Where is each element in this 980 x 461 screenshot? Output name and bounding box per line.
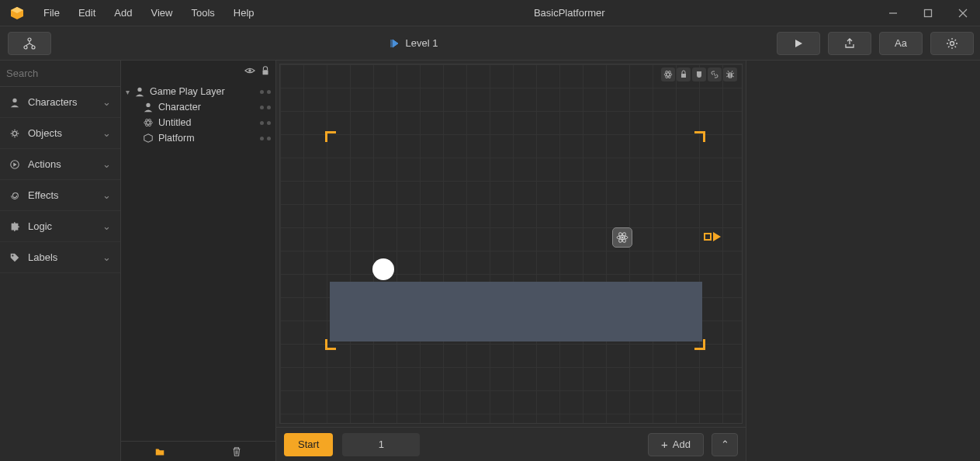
- link-icon: [710, 70, 719, 79]
- menu-view[interactable]: View: [142, 0, 182, 26]
- category-label: Characters: [28, 96, 78, 108]
- viewport[interactable]: [279, 64, 743, 424]
- camera-extent-handle[interactable]: [704, 232, 721, 241]
- eye-icon[interactable]: [244, 65, 255, 76]
- window-controls: [875, 0, 980, 26]
- outline-item-label: Untitled: [158, 117, 191, 128]
- lock-toggle-button[interactable]: [677, 68, 691, 81]
- canvas-area: Start 1 + Add ⌃: [276, 61, 746, 461]
- svg-point-13: [12, 131, 16, 135]
- outline-item-character[interactable]: Character: [121, 99, 275, 115]
- chevron-down-icon: ▾: [126, 88, 130, 96]
- svg-point-15: [12, 255, 13, 256]
- svg-point-16: [248, 69, 251, 72]
- person-icon: [9, 97, 20, 108]
- character-object[interactable]: [372, 258, 394, 280]
- svg-point-9: [951, 41, 954, 45]
- bug-icon: [725, 70, 735, 79]
- trash-icon[interactable]: [231, 446, 242, 457]
- app-logo-icon: [9, 5, 25, 21]
- svg-point-24: [664, 73, 672, 76]
- search-row: [0, 61, 120, 87]
- chevron-down-icon: ⌄: [102, 220, 111, 232]
- lock-icon[interactable]: [260, 65, 271, 76]
- timeline-footer: Start 1 + Add ⌃: [276, 427, 746, 461]
- gear-small-icon: [9, 128, 20, 139]
- physics-toggle-button[interactable]: [661, 68, 675, 81]
- menu-tools[interactable]: Tools: [182, 0, 223, 26]
- svg-point-19: [146, 103, 150, 107]
- close-button[interactable]: [945, 0, 980, 26]
- settings-button[interactable]: [930, 32, 974, 55]
- start-frame-button[interactable]: Start: [284, 433, 333, 456]
- svg-point-12: [12, 98, 16, 102]
- expand-timeline-button[interactable]: ⌃: [712, 433, 738, 456]
- viewport-toolbar: [661, 68, 737, 81]
- scene-name-label[interactable]: Level 1: [406, 37, 438, 49]
- svg-point-18: [137, 88, 141, 92]
- link-toggle-button[interactable]: [708, 68, 722, 81]
- category-label: Effects: [28, 189, 59, 201]
- svg-marker-23: [144, 134, 153, 143]
- hierarchy-icon: [23, 36, 36, 50]
- outline-item-platform[interactable]: Platform: [121, 130, 275, 146]
- atom-icon: [663, 70, 673, 79]
- debug-toggle-button[interactable]: [723, 68, 737, 81]
- window-title: BasicPlatformer: [264, 7, 875, 19]
- hexagon-icon: [143, 133, 154, 144]
- menu-bar: File Edit Add View Tools Help: [34, 0, 264, 26]
- layer-row[interactable]: ▾ Game Play Layer: [121, 84, 275, 99]
- title-bar: File Edit Add View Tools Help BasicPlatf…: [0, 0, 980, 26]
- physics-object[interactable]: [612, 227, 632, 248]
- play-icon: [793, 38, 804, 49]
- maximize-button[interactable]: [910, 0, 945, 26]
- font-button[interactable]: Aa: [879, 32, 923, 55]
- snap-toggle-button[interactable]: [692, 68, 706, 81]
- font-icon: Aa: [895, 37, 907, 49]
- chevron-down-icon: ⌄: [102, 251, 111, 263]
- top-toolbar: Level 1 Aa: [0, 26, 980, 61]
- svg-rect-27: [681, 74, 686, 78]
- search-input[interactable]: [6, 68, 137, 79]
- atom-icon: [616, 231, 629, 244]
- chevron-down-icon: ⌄: [102, 189, 111, 201]
- svg-point-8: [32, 46, 35, 49]
- category-effects[interactable]: Effects ⌄: [0, 180, 120, 211]
- layer-label: Game Play Layer: [150, 86, 225, 97]
- outline-item-untitled[interactable]: Untitled: [121, 115, 275, 130]
- category-actions[interactable]: Actions ⌄: [0, 149, 120, 180]
- add-label: Add: [673, 438, 691, 450]
- category-label: Objects: [28, 127, 62, 139]
- menu-file[interactable]: File: [34, 0, 69, 26]
- category-label: Actions: [28, 158, 61, 170]
- menu-help[interactable]: Help: [224, 0, 264, 26]
- minimize-button[interactable]: [875, 0, 910, 26]
- category-labels[interactable]: Labels ⌄: [0, 242, 120, 273]
- menu-add[interactable]: Add: [105, 0, 141, 26]
- svg-point-7: [24, 46, 27, 49]
- chevron-up-icon: ⌃: [721, 438, 729, 450]
- category-characters[interactable]: Characters ⌄: [0, 87, 120, 118]
- atom-icon: [143, 117, 154, 128]
- viewport-frame-corner: [325, 131, 336, 142]
- svg-rect-3: [924, 9, 931, 16]
- outline-item-label: Character: [158, 102, 201, 113]
- chevron-down-icon: ⌄: [102, 96, 111, 108]
- menu-edit[interactable]: Edit: [69, 0, 105, 26]
- category-logic[interactable]: Logic ⌄: [0, 211, 120, 242]
- play-forward-icon: [389, 38, 400, 49]
- platform-object[interactable]: [330, 282, 702, 341]
- play-circle-icon: [9, 159, 20, 170]
- hierarchy-button[interactable]: [8, 32, 51, 55]
- svg-rect-17: [263, 70, 268, 75]
- spiral-icon: [9, 190, 20, 201]
- outline-panel: ▾ Game Play Layer Character Untitled Pla…: [121, 61, 276, 461]
- handle-square-icon: [704, 233, 712, 241]
- frame-number-field[interactable]: 1: [342, 433, 420, 456]
- play-button[interactable]: [777, 32, 820, 55]
- gear-icon: [946, 37, 958, 50]
- category-objects[interactable]: Objects ⌄: [0, 118, 120, 149]
- add-frame-button[interactable]: + Add: [648, 433, 704, 456]
- export-button[interactable]: [828, 32, 871, 55]
- folder-icon[interactable]: [154, 446, 165, 457]
